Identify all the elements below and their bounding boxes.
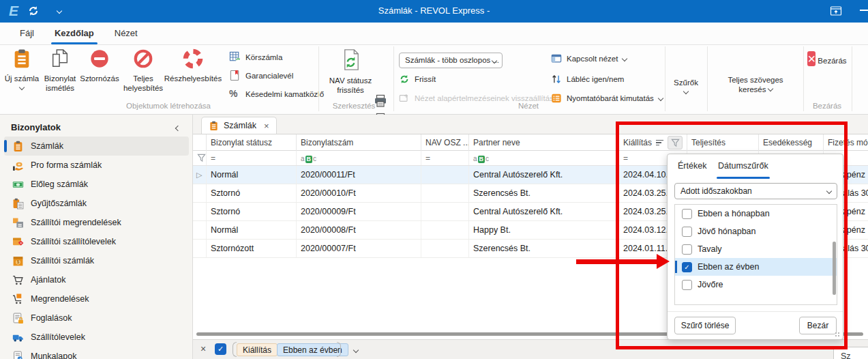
cell-nav [421, 203, 469, 220]
sidebar-item-icon [12, 274, 24, 286]
minimize-icon[interactable] [860, 10, 868, 11]
sidebar-item-label: Számlák [31, 141, 63, 151]
filter-cell-nav[interactable]: = [421, 151, 469, 165]
sidebar-item[interactable]: Foglalások [4, 308, 189, 328]
linked-view-label: Kapcsolt nézet [567, 55, 618, 63]
column-header-partner[interactable]: Partner neve [469, 134, 619, 151]
circular-invoice-button[interactable]: Körszámla [229, 51, 282, 63]
new-invoice-button[interactable]: Új számla [2, 48, 42, 93]
sidebar-item[interactable]: $ Szállítói számlák [4, 251, 189, 270]
filter-enabled-checkbox[interactable]: ✓ [215, 343, 226, 355]
sidebar-item[interactable]: Ajánlatok [4, 270, 189, 289]
sidebar-item-label: Megrendelések [31, 294, 89, 304]
column-header-due[interactable]: Esedékesség [759, 134, 824, 151]
filter-cell-status[interactable]: = [207, 151, 297, 165]
column-filter-button[interactable] [668, 136, 683, 149]
popup-tab-values[interactable]: Értékek [678, 161, 706, 171]
filters-button[interactable]: Szűrők [665, 78, 706, 97]
option-checkbox[interactable] [682, 244, 692, 255]
sidebar-item[interactable]: Számlák [4, 137, 189, 156]
invoice-icon [209, 121, 219, 131]
group-label-view: Nézet [518, 102, 539, 110]
linked-view-button[interactable]: Kapcsolt nézet [551, 53, 627, 64]
filter-remove-icon[interactable]: × [200, 343, 206, 354]
filter-option[interactable]: Jövő hónapban [675, 222, 837, 240]
fulltext-search-button[interactable]: Teljes szöveges keresés [718, 75, 793, 94]
popup-resize-grip[interactable] [835, 332, 840, 337]
tab-fajl[interactable]: Fájl [10, 23, 44, 45]
edit-filter-button-clipped[interactable]: Sz [833, 347, 868, 359]
sidebar-item[interactable]: Előleg számlák [4, 175, 189, 194]
filter-option[interactable]: Ebben a hónapban [675, 205, 837, 222]
fulltext-label-1: Teljes szöveges [728, 76, 783, 84]
option-checkbox[interactable] [682, 262, 692, 272]
sidebar-item[interactable]: Gyűjtőszámlák [4, 194, 189, 213]
grid-header: Bizonylat státusz Bizonylatszám NAV OSZ … [193, 134, 868, 151]
filter-option[interactable]: Tavaly [675, 240, 837, 258]
equals-operator-icon: = [425, 154, 430, 163]
filter-chevron-icon[interactable] [354, 346, 358, 356]
filter-option[interactable]: Ebben az évben [675, 258, 837, 276]
column-header-issued[interactable]: Kiállítás [619, 134, 687, 151]
popup-list-scrollbar[interactable] [833, 242, 836, 295]
sidebar-item[interactable]: Megrendelések [4, 289, 189, 308]
cell-number: 2020/00007/Ft [297, 240, 421, 257]
linked-view-icon [551, 53, 562, 64]
tab-kezdolap[interactable]: Kezdőlap [44, 23, 104, 45]
storno-button[interactable]: Sztornózás [77, 48, 122, 83]
filter-row-indicator [193, 151, 207, 165]
view-selector-dropdown[interactable]: Számlák - több oszlopos ... [399, 53, 503, 68]
sidebar-item-label: Előleg számlák [31, 180, 88, 189]
tab-szamlak[interactable]: Számlák × [201, 117, 277, 134]
warranty-letter-button[interactable]: Garancialevél [229, 70, 293, 81]
close-label: Bezárás [818, 57, 846, 65]
late-interest-button[interactable]: % Késedelmi kamatközlő [229, 88, 324, 100]
sidebar-item[interactable]: Munkalapok [4, 347, 189, 359]
cell-number: 2020/00010/Ft [297, 184, 421, 202]
sidebar-collapse-icon[interactable] [176, 124, 180, 134]
cell-partner: Szerencsés Bt. [469, 184, 619, 202]
nav-status-refresh-button[interactable]: NAV státusz frissítés [325, 48, 376, 95]
filter-field-chip[interactable]: Kiállítás [237, 343, 278, 356]
cell-number: 2020/00008/Ft [297, 221, 421, 239]
sidebar-item-icon [12, 313, 24, 324]
popup-tab-datefilters[interactable]: Dátumszűrők [718, 161, 768, 171]
column-header-payment[interactable]: Fizetés mód [824, 134, 868, 151]
new-window-icon[interactable] [830, 5, 842, 17]
cell-number: 2020/00009/Ft [297, 203, 421, 220]
tab-close-icon[interactable]: × [264, 121, 269, 131]
filter-cell-number[interactable]: aBc [297, 151, 421, 165]
popup-close-button[interactable]: Bezár [799, 317, 837, 334]
option-checkbox[interactable] [682, 227, 692, 237]
sidebar-item-icon [12, 236, 24, 248]
print-report-button[interactable]: Nyomtatóbarát kimutatás [551, 93, 663, 104]
repeat-document-button[interactable]: Bizonylat ismétlés [37, 48, 83, 93]
period-dropdown[interactable]: Adott időszakokban [674, 183, 837, 199]
column-header-number[interactable]: Bizonylatszám [297, 134, 421, 151]
close-button[interactable]: × Bezárás [803, 48, 851, 69]
sidebar-item[interactable]: Szállítólevelek [4, 328, 189, 347]
sidebar-item[interactable]: Pro forma számlák [4, 156, 189, 175]
option-checkbox[interactable] [682, 209, 692, 219]
sidebar-item[interactable]: Szállítói szállítólevelek [4, 232, 189, 251]
sidebar-items: Számlák Pro forma számlák Előleg számlák… [4, 137, 189, 359]
printer-icon[interactable] [374, 94, 387, 108]
filter-cell-partner[interactable]: aBc [469, 151, 619, 165]
cell-nav [421, 221, 469, 239]
column-header-status[interactable]: Bizonylat státusz [207, 134, 297, 151]
clear-filter-button[interactable]: Szűrő törlése [674, 317, 736, 334]
column-header-fulfillment[interactable]: Teljesítés [687, 134, 759, 151]
row-indicator: ▷ [193, 166, 207, 184]
column-header-nav[interactable]: NAV OSZ ... [421, 134, 469, 151]
tab-nezet[interactable]: Nézet [104, 23, 148, 45]
refresh-button[interactable]: Frissít [399, 74, 436, 85]
sidebar-item[interactable]: Szállítói megrendelések [4, 213, 189, 232]
option-checkbox[interactable] [682, 280, 692, 290]
sidebar-item-icon [12, 351, 24, 359]
group-separator [393, 46, 394, 111]
sidebar-title: Bizonylatok [11, 122, 61, 132]
partial-correction-button[interactable]: Részhelyesbítés [159, 48, 227, 83]
cell-nav [421, 184, 469, 202]
filter-option[interactable]: Jövőre [675, 276, 837, 293]
footer-toggle-button[interactable]: Lábléc igen/nem [551, 74, 624, 85]
